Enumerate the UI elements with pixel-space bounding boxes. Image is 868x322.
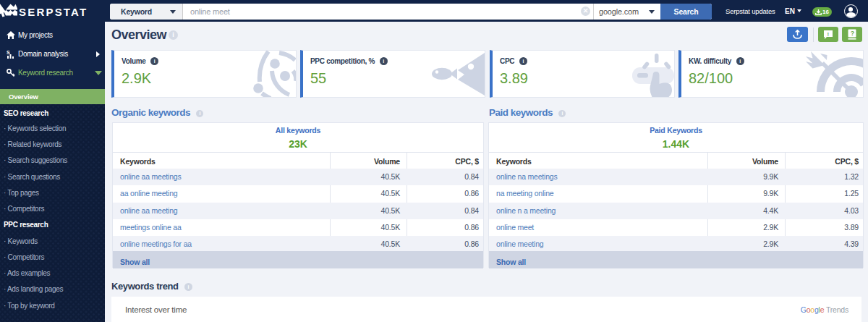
svg-text:!: ! xyxy=(827,31,830,38)
svg-text:?: ? xyxy=(851,30,855,37)
svg-text:S: S xyxy=(7,50,10,55)
